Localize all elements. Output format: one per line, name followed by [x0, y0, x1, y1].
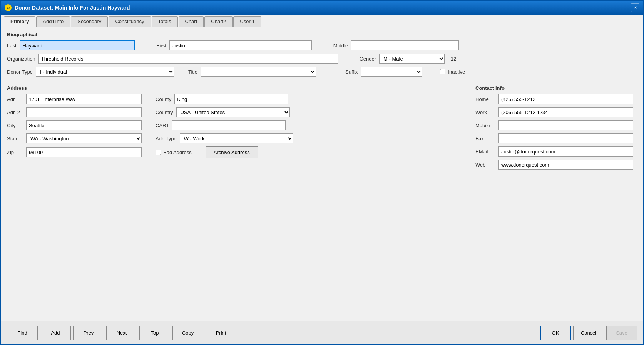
donor-type-row: Donor Type I - Individual O - Organizati… [7, 67, 637, 77]
adr-label: Adr. [7, 96, 23, 102]
tab-chart2[interactable]: Chart2 [204, 16, 233, 27]
country-label: Country [156, 109, 173, 115]
footer: Find Add Prev Next Top Copy Print OK Can… [1, 321, 643, 344]
save-button[interactable]: Save [606, 326, 637, 340]
contact-label: Contact Info [475, 85, 505, 91]
tab-bar: Primary Add'l Info Secondary Constituenc… [1, 15, 643, 27]
mobile-label: Mobile [475, 123, 495, 128]
country-select[interactable]: USA - United States CAN - Canada GBR - U… [176, 107, 290, 117]
city-label: City [7, 123, 23, 128]
city-cart-row: City CART [7, 120, 469, 130]
prev-button[interactable]: Prev [73, 326, 104, 340]
home-input[interactable] [498, 94, 633, 104]
work-label: Work [475, 109, 495, 115]
state-label: State [7, 136, 23, 141]
mobile-input[interactable] [498, 120, 633, 130]
address-label: Address [7, 85, 27, 91]
email-row: EMail [475, 146, 637, 157]
county-label: County [156, 96, 171, 102]
name-row: Last First Middle [7, 40, 637, 50]
state-adrtype-row: State WA - Washington CA - California OR… [7, 133, 469, 143]
adr-type-label: Adr. Type [156, 136, 177, 141]
cart-input[interactable] [172, 120, 286, 130]
org-input[interactable] [38, 54, 338, 64]
middle-label: Middle [333, 43, 348, 49]
contact-section: Contact Info Home Work Mobile Fax [475, 85, 637, 173]
close-button[interactable]: ✕ [631, 3, 639, 12]
title-select[interactable]: Mr. Mrs. Ms. Dr. [201, 67, 316, 77]
adr2-country-row: Adr. 2 Country USA - United States CAN -… [7, 107, 469, 117]
suffix-label: Suffix [345, 69, 358, 75]
find-button[interactable]: Find [7, 326, 38, 340]
window-title: Donor Dataset: Main Info For Justin Hayw… [15, 5, 130, 11]
gender-select[interactable]: M - Male F - Female U - Unknown [379, 54, 445, 64]
tab-totals[interactable]: Totals [152, 16, 178, 27]
tab-addl-info[interactable]: Add'l Info [36, 16, 70, 27]
adr2-input[interactable] [26, 107, 142, 117]
middle-input[interactable] [351, 40, 459, 50]
app-icon: ⊙ [5, 4, 12, 11]
state-select[interactable]: WA - Washington CA - California OR - Ore… [26, 133, 142, 143]
last-label: Last [7, 43, 17, 49]
archive-address-button[interactable]: Archive Address [206, 146, 258, 158]
email-input[interactable] [498, 146, 633, 157]
tab-chart[interactable]: Chart [179, 16, 204, 27]
org-label: Organization [7, 56, 35, 62]
address-section: Address Adr. County Adr. 2 Country [7, 85, 469, 173]
inactive-row: Inactive [440, 69, 465, 75]
bad-address-label: Bad Address [163, 150, 192, 155]
tab-user1[interactable]: User 1 [233, 16, 261, 27]
first-label: First [157, 43, 166, 49]
biographical-label: Biographical [7, 32, 37, 37]
bad-address-row: Bad Address [156, 150, 192, 155]
content-area: Biographical Last First Middle Organizat… [1, 27, 643, 321]
home-label: Home [475, 96, 495, 102]
first-input[interactable] [169, 40, 312, 50]
web-input[interactable] [498, 160, 633, 170]
web-row: Web [475, 160, 637, 170]
adr-input[interactable] [26, 94, 142, 104]
main-window: ⊙ Donor Dataset: Main Info For Justin Ha… [0, 0, 644, 345]
mobile-row: Mobile [475, 120, 637, 130]
adr2-label: Adr. 2 [7, 109, 23, 115]
home-row: Home [475, 94, 637, 104]
next-button[interactable]: Next [106, 326, 137, 340]
bad-address-checkbox[interactable] [156, 150, 161, 155]
copy-button[interactable]: Copy [172, 326, 203, 340]
zip-label: Zip [7, 150, 23, 155]
title-bar-left: ⊙ Donor Dataset: Main Info For Justin Ha… [5, 4, 130, 11]
fax-row: Fax [475, 133, 637, 143]
last-input[interactable] [20, 40, 135, 50]
tab-primary[interactable]: Primary [4, 16, 35, 27]
donor-type-select[interactable]: I - Individual O - Organization [36, 67, 174, 77]
adr-type-select[interactable]: W - Work H - Home O - Other [180, 133, 293, 143]
top-button[interactable]: Top [139, 326, 170, 340]
tab-constituency[interactable]: Constituency [109, 16, 151, 27]
add-button[interactable]: Add [40, 326, 71, 340]
print-button[interactable]: Print [206, 326, 236, 340]
gender-label: Gender [360, 56, 376, 62]
cancel-button[interactable]: Cancel [573, 326, 604, 340]
work-input[interactable] [498, 107, 633, 117]
email-label: EMail [475, 149, 495, 155]
tab-secondary[interactable]: Secondary [71, 16, 108, 27]
address-contact-area: Address Adr. County Adr. 2 Country [7, 85, 637, 173]
ok-button[interactable]: OK [540, 326, 571, 340]
donor-type-label: Donor Type [7, 69, 33, 75]
fax-input[interactable] [498, 133, 633, 143]
org-row: Organization Gender M - Male F - Female … [7, 54, 637, 64]
fax-label: Fax [475, 136, 495, 141]
county-input[interactable] [174, 94, 288, 104]
zip-input[interactable] [26, 147, 142, 157]
suffix-select[interactable]: Jr. Sr. III [361, 67, 422, 77]
inactive-checkbox[interactable] [440, 69, 445, 74]
cart-label: CART [156, 123, 169, 128]
zip-bad-row: Zip Bad Address Archive Address [7, 146, 469, 158]
title-bar: ⊙ Donor Dataset: Main Info For Justin Ha… [1, 1, 643, 15]
city-input[interactable] [26, 120, 142, 130]
gender-number: 12 [451, 56, 456, 62]
adr-county-row: Adr. County [7, 94, 469, 104]
inactive-label: Inactive [448, 69, 465, 75]
title-label: Title [188, 69, 197, 75]
work-row: Work [475, 107, 637, 117]
